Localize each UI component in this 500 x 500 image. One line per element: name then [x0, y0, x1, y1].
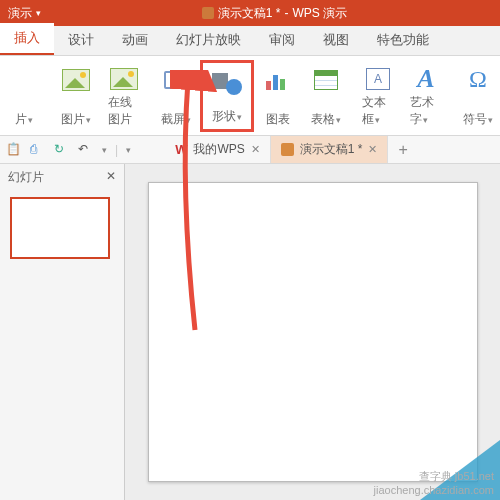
- picture-button[interactable]: 图片: [52, 60, 100, 132]
- panel-title: 幻灯片: [8, 169, 44, 186]
- ribbon: 片 图片 在线图片 截屏 形状 图表 表格 文本框 A艺术字 Ω符号 π公式: [0, 56, 500, 136]
- slide-thumbnail[interactable]: [10, 197, 110, 259]
- online-picture-button[interactable]: 在线图片: [100, 60, 148, 132]
- chart-icon: [266, 70, 290, 90]
- panel-close-icon[interactable]: ✕: [106, 169, 116, 186]
- slide-panel: 幻灯片✕: [0, 164, 125, 500]
- doctab-presentation[interactable]: 演示文稿1 *✕: [271, 136, 389, 163]
- app-tag: 演示▾: [0, 5, 49, 22]
- close-icon[interactable]: ✕: [368, 143, 377, 156]
- watermark-text: 查字典 jb51.netjiaocheng.chazidian.com: [374, 469, 494, 496]
- online-picture-icon: [110, 68, 138, 90]
- save-icon[interactable]: ⎙: [30, 142, 46, 158]
- wordart-icon: A: [417, 64, 434, 94]
- textbox-button[interactable]: 文本框: [354, 60, 402, 132]
- shapes-icon: [212, 71, 242, 95]
- presentation-icon: [281, 143, 294, 156]
- window-title: 演示文稿1 * - WPS 演示: [49, 5, 500, 22]
- qat-dropdown[interactable]: ▾: [102, 145, 107, 155]
- close-icon[interactable]: ✕: [251, 143, 260, 156]
- tab-view[interactable]: 视图: [309, 25, 363, 55]
- doctab-mywps[interactable]: W我的WPS✕: [165, 136, 271, 163]
- screenshot-icon: [164, 71, 188, 89]
- slide-canvas[interactable]: [125, 164, 500, 500]
- tab-slideshow[interactable]: 幻灯片放映: [162, 25, 255, 55]
- symbol-icon: Ω: [469, 66, 487, 93]
- qat-more-icon[interactable]: ▾: [126, 145, 131, 155]
- add-tab-button[interactable]: +: [388, 136, 417, 163]
- tab-review[interactable]: 审阅: [255, 25, 309, 55]
- tab-features[interactable]: 特色功能: [363, 25, 443, 55]
- presentation-icon: [202, 7, 214, 19]
- slide[interactable]: [148, 182, 478, 482]
- table-button[interactable]: 表格: [302, 60, 350, 132]
- table-icon: [314, 70, 338, 90]
- picture-icon: [62, 69, 90, 91]
- new-slide-button[interactable]: 片: [0, 60, 48, 132]
- symbol-button[interactable]: Ω符号: [454, 60, 500, 132]
- screenshot-button[interactable]: 截屏: [152, 60, 200, 132]
- wordart-button[interactable]: A艺术字: [402, 60, 450, 132]
- shapes-button[interactable]: 形状: [200, 60, 254, 132]
- textbox-icon: [366, 68, 390, 90]
- paste-icon[interactable]: 📋: [6, 142, 22, 158]
- tab-design[interactable]: 设计: [54, 25, 108, 55]
- wps-logo-icon: W: [175, 142, 187, 157]
- ribbon-tabs: 插入 设计 动画 幻灯片放映 审阅 视图 特色功能: [0, 26, 500, 56]
- quick-access-bar: 📋 ⎙ ↻ ↶ ▾ | ▾ W我的WPS✕ 演示文稿1 *✕ +: [0, 136, 500, 164]
- tab-animation[interactable]: 动画: [108, 25, 162, 55]
- chart-button[interactable]: 图表: [254, 60, 302, 132]
- undo-icon[interactable]: ↶: [78, 142, 94, 158]
- tab-insert[interactable]: 插入: [0, 23, 54, 55]
- refresh-icon[interactable]: ↻: [54, 142, 70, 158]
